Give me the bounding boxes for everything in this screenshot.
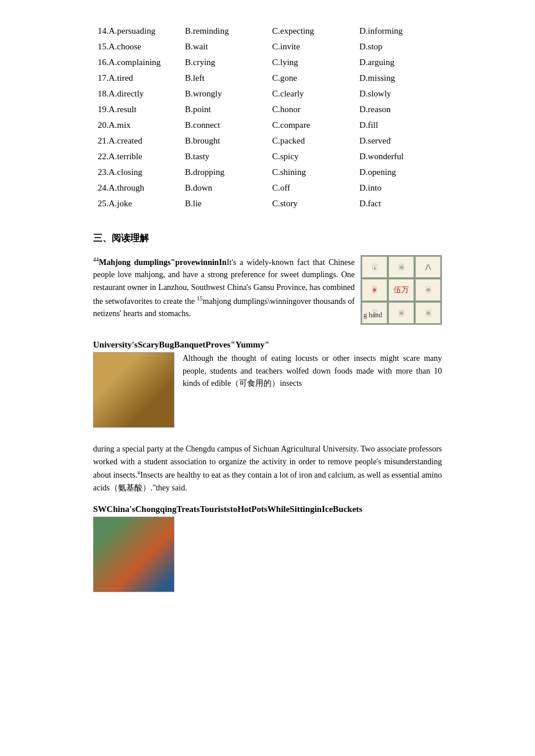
q-d: D.into bbox=[355, 180, 442, 196]
q-b: B.brought bbox=[180, 133, 268, 149]
table-row: 17.A.tired B.left C.gone D.missing bbox=[93, 70, 442, 86]
q-d: D.fill bbox=[355, 117, 442, 133]
tile3: 八 bbox=[415, 256, 441, 278]
table-row: 24.A.through B.down C.off D.into bbox=[93, 180, 442, 196]
article1-block: 🀇 🀙 八 🀄 伍万 🀙 🀃 🀙 🀙 g hand 44Mahjong dump… bbox=[93, 255, 442, 329]
q-number: 19.A.result bbox=[93, 102, 180, 117]
q-d: D.stop bbox=[355, 39, 442, 55]
article1-title-inline: Mahjong dumplings"provewinninIn bbox=[99, 258, 227, 267]
tile8: 🀙 bbox=[388, 302, 414, 324]
article1-sup-mid: 15 bbox=[197, 295, 203, 302]
q-b: B.reminding bbox=[180, 23, 268, 39]
party-image bbox=[93, 517, 174, 592]
table-row: 21.A.created B.brought C.packed D.served bbox=[93, 133, 442, 149]
table-row: 14.A.persuading B.reminding C.expecting … bbox=[93, 23, 442, 39]
tile1: 🀇 bbox=[362, 256, 387, 278]
q-number: 15.A.choose bbox=[93, 39, 180, 55]
q-c: C.packed bbox=[268, 133, 355, 149]
table-row: 25.A.joke B.lie C.story D.fact bbox=[93, 196, 442, 212]
q-c: C.gone bbox=[268, 70, 355, 86]
q-b: B.wrongly bbox=[180, 86, 268, 102]
table-row: 23.A.closing B.dropping C.shining D.open… bbox=[93, 164, 442, 180]
q-number: 21.A.created bbox=[93, 133, 180, 149]
article2-text2-block: during a special party at the Chengdu ca… bbox=[93, 443, 442, 494]
q-b: B.connect bbox=[180, 117, 268, 133]
q-number: 14.A.persuading bbox=[93, 23, 180, 39]
q-c: C.lying bbox=[268, 55, 355, 70]
q-c: C.spicy bbox=[268, 149, 355, 164]
q-c: C.off bbox=[268, 180, 355, 196]
q-d: D.arguing bbox=[355, 55, 442, 70]
q-c: C.honor bbox=[268, 102, 355, 117]
article3-block: SWChina'sChongqingTreatsTouriststoHotPot… bbox=[93, 504, 442, 597]
tile4: 🀄 bbox=[362, 279, 387, 300]
q-number: 20.A.mix bbox=[93, 117, 180, 133]
q-c: C.clearly bbox=[268, 86, 355, 102]
q-d: D.missing bbox=[355, 70, 442, 86]
q-b: B.crying bbox=[180, 55, 268, 70]
q-c: C.expecting bbox=[268, 23, 355, 39]
table-row: 15.A.choose B.wait C.invite D.stop bbox=[93, 39, 442, 55]
q-b: B.dropping bbox=[180, 164, 268, 180]
q-d: D.opening bbox=[355, 164, 442, 180]
q-b: B.tasty bbox=[180, 149, 268, 164]
image-label: g hand bbox=[363, 311, 382, 320]
q-b: B.lie bbox=[180, 196, 268, 212]
article1-sup-start: 44 bbox=[93, 256, 99, 263]
q-d: D.informing bbox=[355, 23, 442, 39]
q-d: D.fact bbox=[355, 196, 442, 212]
q-b: B.wait bbox=[180, 39, 268, 55]
table-row: 19.A.result B.point C.honor D.reason bbox=[93, 102, 442, 117]
article2-sup: u bbox=[137, 469, 140, 475]
q-c: C.compare bbox=[268, 117, 355, 133]
q-number: 17.A.tired bbox=[93, 70, 180, 86]
tile9: 🀙 bbox=[415, 302, 441, 324]
q-b: B.left bbox=[180, 70, 268, 86]
tile2: 🀙 bbox=[388, 256, 414, 278]
article2-text2: during a special party at the Chengdu ca… bbox=[93, 443, 442, 494]
article2-block: University'sScaryBugBanquetProves"Yummy"… bbox=[93, 340, 442, 432]
article3-title: SWChina'sChongqingTreatsTouriststoHotPot… bbox=[93, 504, 442, 514]
q-c: C.invite bbox=[268, 39, 355, 55]
tile6: 🀙 bbox=[415, 279, 441, 300]
q-d: D.served bbox=[355, 133, 442, 149]
article2-title: University'sScaryBugBanquetProves"Yummy" bbox=[93, 340, 442, 350]
mahjong-image: 🀇 🀙 八 🀄 伍万 🀙 🀃 🀙 🀙 g hand bbox=[361, 255, 442, 325]
q-d: D.slowly bbox=[355, 86, 442, 102]
table-row: 18.A.directly B.wrongly C.clearly D.slow… bbox=[93, 86, 442, 102]
table-row: 22.A.terrible B.tasty C.spicy D.wonderfu… bbox=[93, 149, 442, 164]
table-row: 20.A.mix B.connect C.compare D.fill bbox=[93, 117, 442, 133]
q-number: 16.A.complaining bbox=[93, 55, 180, 70]
q-number: 24.A.through bbox=[93, 180, 180, 196]
section3-title: 三、阅读理解 bbox=[93, 232, 442, 245]
q-c: C.story bbox=[268, 196, 355, 212]
q-d: D.wonderful bbox=[355, 149, 442, 164]
q-d: D.reason bbox=[355, 102, 442, 117]
bug-image bbox=[93, 352, 174, 428]
q-number: 18.A.directly bbox=[93, 86, 180, 102]
tile5: 伍万 bbox=[388, 279, 414, 300]
questions-table: 14.A.persuading B.reminding C.expecting … bbox=[93, 23, 442, 212]
q-number: 23.A.closing bbox=[93, 164, 180, 180]
table-row: 16.A.complaining B.crying C.lying D.argu… bbox=[93, 55, 442, 70]
q-number: 25.A.joke bbox=[93, 196, 180, 212]
q-number: 22.A.terrible bbox=[93, 149, 180, 164]
q-b: B.down bbox=[180, 180, 268, 196]
q-b: B.point bbox=[180, 102, 268, 117]
q-c: C.shining bbox=[268, 164, 355, 180]
